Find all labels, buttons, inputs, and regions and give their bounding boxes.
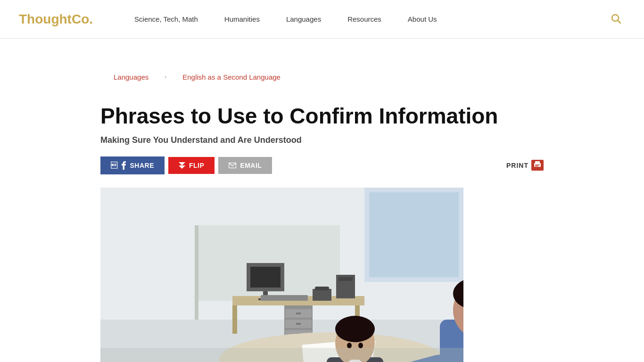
nav-item-humanities[interactable]: Humanities bbox=[211, 0, 273, 39]
site-logo[interactable]: ThoughtCo. bbox=[19, 12, 93, 27]
main-nav: Science, Tech, Math Humanities Languages… bbox=[121, 0, 606, 39]
print-icon bbox=[531, 160, 544, 171]
share-facebook-button[interactable]:  SHARE bbox=[100, 156, 165, 174]
print-button[interactable]: PRINT bbox=[506, 160, 544, 171]
svg-rect-23 bbox=[339, 277, 353, 281]
svg-rect-7 bbox=[535, 165, 540, 165]
share-bar:  SHARE FLIP EMAIL PRINT bbox=[100, 156, 544, 174]
breadcrumb: Languages › English as a Second Language bbox=[100, 58, 544, 96]
print-label: PRINT bbox=[506, 162, 528, 169]
svg-marker-2 bbox=[179, 162, 185, 165]
nav-item-languages[interactable]: Languages bbox=[273, 0, 334, 39]
svg-rect-6 bbox=[535, 161, 540, 163]
svg-rect-26 bbox=[261, 295, 308, 301]
search-button[interactable] bbox=[606, 9, 625, 30]
svg-point-50 bbox=[335, 316, 375, 342]
svg-rect-8 bbox=[535, 166, 538, 167]
svg-rect-13 bbox=[195, 225, 198, 320]
logo-text-co: Co bbox=[72, 12, 89, 26]
svg-rect-25 bbox=[315, 287, 329, 290]
flip-label: FLIP bbox=[189, 162, 204, 169]
svg-rect-24 bbox=[313, 289, 331, 301]
article-image bbox=[100, 188, 463, 362]
svg-rect-32 bbox=[296, 323, 301, 325]
breadcrumb-parent-link[interactable]: Languages bbox=[100, 58, 162, 96]
svg-rect-66 bbox=[100, 348, 463, 362]
facebook-f-icon bbox=[122, 161, 126, 170]
breadcrumb-current-link[interactable]: English as a Second Language bbox=[169, 58, 294, 96]
search-icon bbox=[610, 13, 621, 24]
breadcrumb-separator: › bbox=[165, 74, 166, 80]
article-subtitle: Making Sure You Understand and Are Under… bbox=[100, 135, 544, 145]
svg-point-53 bbox=[347, 343, 352, 348]
svg-line-1 bbox=[618, 20, 621, 23]
logo-dot: . bbox=[89, 12, 93, 26]
svg-marker-3 bbox=[179, 165, 185, 169]
svg-rect-31 bbox=[296, 313, 301, 314]
nav-item-about[interactable]: About Us bbox=[395, 0, 450, 39]
nav-item-resources[interactable]: Resources bbox=[334, 0, 395, 39]
email-label: EMAIL bbox=[240, 162, 262, 169]
logo-text-thought: Thought bbox=[19, 12, 72, 26]
svg-rect-16 bbox=[232, 305, 237, 334]
flip-button[interactable]: FLIP bbox=[168, 157, 215, 174]
svg-rect-19 bbox=[250, 267, 281, 288]
email-button[interactable]: EMAIL bbox=[218, 157, 272, 174]
nav-item-science[interactable]: Science, Tech, Math bbox=[121, 0, 211, 39]
email-icon bbox=[229, 163, 236, 168]
article-title: Phrases to Use to Confirm Information bbox=[100, 104, 525, 129]
facebook-share-label: SHARE bbox=[130, 162, 155, 169]
flip-icon bbox=[179, 162, 185, 169]
facebook-icon:  bbox=[111, 162, 118, 169]
svg-point-54 bbox=[358, 343, 363, 348]
svg-rect-12 bbox=[369, 192, 459, 277]
